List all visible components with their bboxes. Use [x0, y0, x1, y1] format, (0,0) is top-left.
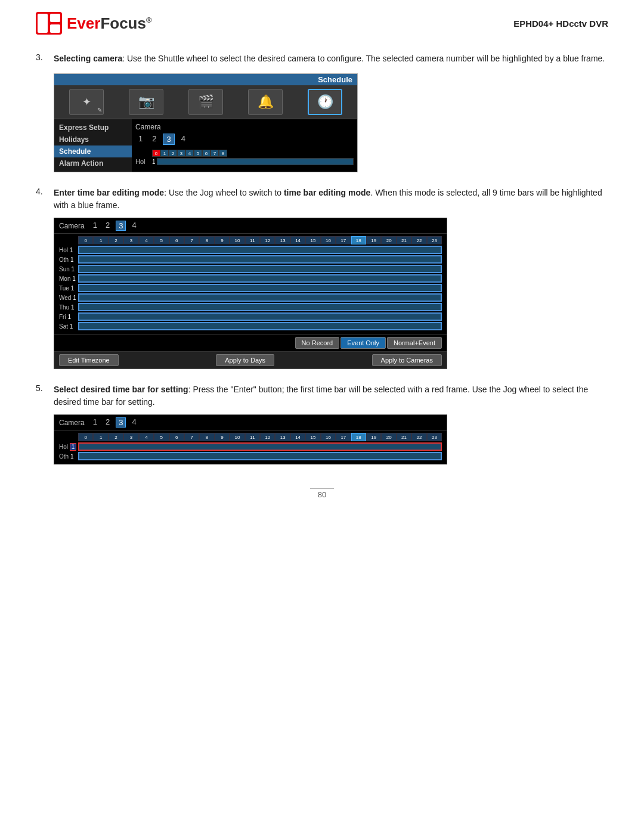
- page-title: EPHD04+ HDcctv DVR: [513, 18, 608, 29]
- hour-13-s3: 13: [275, 433, 290, 441]
- hour-16-s2: 16: [321, 236, 336, 244]
- icon-camera: 📷: [129, 89, 163, 115]
- hour-10-s2: 10: [230, 236, 244, 244]
- day-thu-s2: Thu 1: [59, 303, 442, 311]
- day-label-hol-s3: Hol 1: [59, 444, 78, 450]
- step-4-bold1: Enter time bar editing mode: [54, 188, 164, 197]
- apply-to-cameras-btn[interactable]: Apply to Cameras: [372, 354, 442, 366]
- day-fri-s2: Fri 1: [59, 312, 442, 321]
- step-4-num: 4.: [36, 187, 48, 369]
- hour-4-s3: 4: [139, 433, 154, 441]
- cam-nums-s2: 1 2 3 4: [91, 221, 139, 231]
- day-bar-hol-s2: [78, 246, 442, 254]
- hour-1-s2: 1: [93, 236, 108, 244]
- content-area: 3. Selecting camera: Use the Shuttle whe…: [36, 52, 608, 465]
- hour-17-s3: 17: [336, 433, 351, 441]
- hour-1-s3: 1: [93, 433, 108, 441]
- day-label-sat-s2: Sat 1: [59, 323, 78, 330]
- sched-sidebar: Express Setup Holidays Schedule Alarm Ac…: [54, 119, 132, 172]
- edit-timezone-btn[interactable]: Edit Timezone: [59, 354, 119, 366]
- hour-2-s1: 2: [169, 150, 177, 157]
- icon-bell: 🔔: [248, 89, 283, 115]
- cam-label-s3: Camera: [59, 419, 85, 427]
- logo-focus: Focus: [100, 14, 146, 32]
- day-bar-wed-s2: [78, 293, 442, 302]
- day-label-oth-s3: Oth 1: [59, 453, 78, 460]
- hour-19-s2: 19: [366, 236, 381, 244]
- sched-header-bar: Schedule: [54, 74, 357, 85]
- day-bar-mon-s2: [78, 274, 442, 283]
- apply-to-days-btn[interactable]: Apply to Days: [216, 354, 274, 366]
- hour-3-s2: 3: [123, 236, 138, 244]
- logo-ever: Ever: [67, 14, 100, 32]
- hour-11-s2: 11: [245, 236, 260, 244]
- svg-rect-1: [38, 14, 48, 33]
- cam-header-s2: Camera 1 2 3 4: [54, 218, 447, 234]
- cam-2-s1: 2: [149, 134, 159, 145]
- hour-10-s3: 10: [230, 433, 244, 441]
- hour-13-s2: 13: [275, 236, 290, 244]
- step-5: 5. Select desired time bar for setting: …: [36, 383, 608, 465]
- step-4-text: Enter time bar editing mode: Use the Jog…: [54, 187, 608, 212]
- legend-normal-event: Normal+Event: [387, 337, 442, 349]
- hour-3-s3: 3: [123, 433, 138, 441]
- day-label-hol-s2: Hol 1: [59, 247, 78, 253]
- hour-7-s3: 7: [184, 433, 199, 441]
- hour-16-s3: 16: [321, 433, 336, 441]
- hour-22-s2: 22: [411, 236, 426, 244]
- hour-14-s3: 14: [290, 433, 305, 441]
- day-bar-thu-s2: [78, 303, 442, 311]
- step-3-num: 3.: [36, 52, 48, 172]
- hour-1-s1: 1: [160, 150, 169, 157]
- step-3: 3. Selecting camera: Use the Shuttle whe…: [36, 52, 608, 172]
- hour-14-s2: 14: [290, 236, 305, 244]
- cam-1-s1: 1: [135, 134, 145, 145]
- hour-21-s3: 21: [397, 433, 411, 441]
- page-number: 80: [318, 490, 326, 499]
- hour-2-s3: 2: [109, 433, 123, 441]
- cam-2-s2: 2: [103, 221, 112, 231]
- cam-4-s1: 4: [178, 134, 188, 145]
- step-5-num: 5.: [36, 383, 48, 465]
- hour-18-s3: 18: [351, 433, 366, 441]
- day-label-thu-s2: Thu 1: [59, 304, 78, 311]
- step-5-body: Select desired time bar for setting: Pre…: [54, 383, 608, 465]
- hour-23-s2: 23: [427, 236, 442, 244]
- hour-9-s3: 9: [215, 433, 230, 441]
- hour-5-s2: 5: [154, 236, 169, 244]
- day-label-fri-s2: Fri 1: [59, 314, 78, 320]
- step-3-text: Selecting camera: Use the Shuttle wheel …: [54, 52, 608, 65]
- cam-4-s2: 4: [129, 221, 138, 231]
- hour-9-s2: 9: [215, 236, 230, 244]
- everfocus-logo-icon: [36, 12, 62, 35]
- hour-header-row-s2: 0 1 2 3 4 5 6 7 8 9 10 11 12: [59, 236, 442, 244]
- hour-6-s2: 6: [169, 236, 184, 244]
- step-3-bold: Selecting camera: [54, 54, 122, 63]
- hour-20-s3: 20: [381, 433, 396, 441]
- sched-main-area: Express Setup Holidays Schedule Alarm Ac…: [54, 119, 357, 172]
- screenshot-2: Camera 1 2 3 4 0 1: [54, 218, 447, 369]
- page-header: EverFocus® EPHD04+ HDcctv DVR: [36, 12, 608, 47]
- sched-icons-row: ✦✎ 📷 🎬 🔔 🕐: [54, 85, 357, 119]
- day-sun-s2: Sun 1: [59, 265, 442, 273]
- sched-title: Schedule: [318, 75, 352, 84]
- time-grid-s2: 0 1 2 3 4 5 6 7 8 9 10 11 12: [54, 234, 447, 334]
- cam-nums-s3: 1 2 3 4: [91, 417, 139, 428]
- cam-3-s3: 3: [116, 417, 126, 428]
- day-bar-oth-s2: [78, 255, 442, 264]
- day-label-oth-s2: Oth 1: [59, 256, 78, 263]
- hour-4-s1: 4: [185, 150, 194, 157]
- cam-3-s1: 3: [163, 134, 174, 145]
- sidebar-alarm-action: Alarm Action: [54, 157, 132, 169]
- day-hol-s2: Hol 1: [59, 246, 442, 254]
- hour-17-s2: 17: [336, 236, 351, 244]
- hol-bar-s1: [157, 158, 354, 165]
- svg-rect-2: [50, 14, 60, 22]
- hour-22-s3: 22: [411, 433, 426, 441]
- hour-7-s1: 7: [210, 150, 219, 157]
- hour-15-s2: 15: [305, 236, 320, 244]
- camera-label-s1: Camera: [135, 123, 354, 131]
- cam-2-s3: 2: [103, 417, 112, 428]
- hol-num-s1: 1: [152, 159, 156, 165]
- sched-right-panel: Camera 1 2 3 4 0 1: [132, 119, 357, 172]
